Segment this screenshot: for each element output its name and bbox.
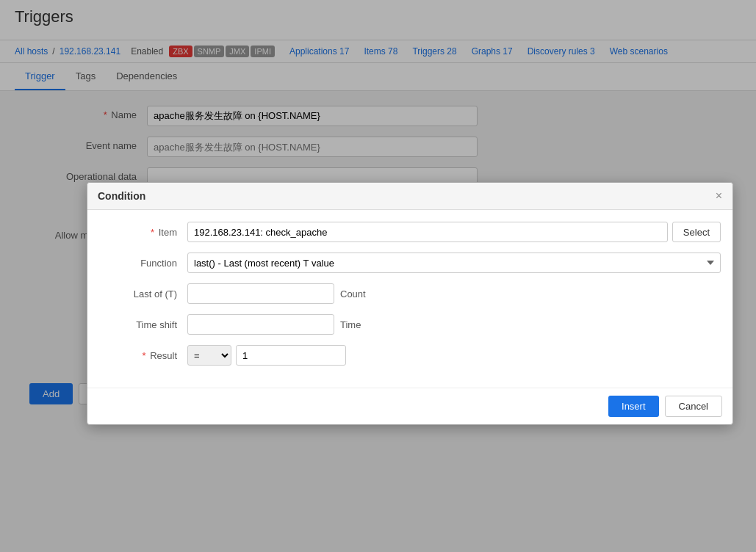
modal-time-shift-suffix: Time [334, 319, 361, 330]
modal-select-button[interactable]: Select [672, 222, 721, 242]
modal-item-row: * Item Select [99, 222, 721, 242]
modal-last-of-suffix: Count [334, 288, 366, 299]
modal-function-select[interactable]: last() - Last (most recent) T value [187, 253, 721, 273]
modal-title: Condition [98, 190, 145, 202]
insert-button[interactable]: Insert [608, 396, 659, 417]
modal-body: * Item Select Function last() - Last (mo… [87, 210, 732, 388]
result-value-input[interactable] [236, 345, 346, 366]
modal-result-label: * Result [99, 350, 187, 361]
modal-time-shift-label: Time shift [99, 319, 187, 330]
modal-footer: Insert Cancel [87, 388, 732, 419]
modal-item-label: * Item [99, 227, 187, 238]
modal-cancel-button[interactable]: Cancel [665, 396, 722, 417]
result-operator-select[interactable]: = <> < <= > >= [187, 345, 231, 366]
modal-last-of-input[interactable] [187, 283, 334, 304]
modal-function-row: Function last() - Last (most recent) T v… [99, 253, 721, 273]
modal-result-row: * Result = <> < <= > >= [99, 345, 721, 366]
result-controls: = <> < <= > >= [187, 345, 346, 366]
modal-function-label: Function [99, 258, 187, 269]
modal-last-of-label: Last of (T) [99, 288, 187, 299]
modal-time-shift-row: Time shift Time [99, 314, 721, 335]
condition-modal: Condition × * Item Select Function last(… [87, 182, 733, 419]
modal-header: Condition × [87, 183, 732, 210]
modal-overlay: Condition × * Item Select Function last(… [0, 0, 756, 419]
modal-time-shift-input[interactable] [187, 314, 334, 335]
modal-close-button[interactable]: × [716, 190, 722, 202]
modal-last-of-row: Last of (T) Count [99, 283, 721, 304]
modal-item-input[interactable] [187, 222, 668, 242]
